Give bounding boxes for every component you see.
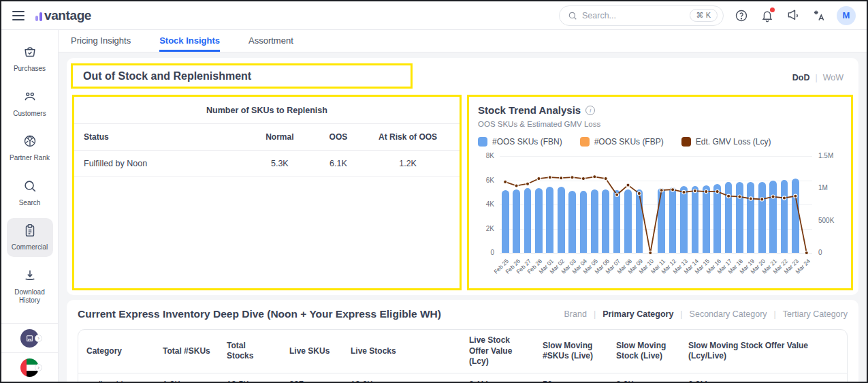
toggle-separator: | bbox=[815, 73, 817, 82]
avatar[interactable]: M bbox=[837, 6, 856, 25]
chart-legend: #OOS SKUs (FBN)#OOS SKUs (FBP)Edt. GMV L… bbox=[478, 137, 842, 147]
search-icon bbox=[568, 11, 577, 20]
legend-item[interactable]: #OOS SKUs (FBP) bbox=[580, 137, 664, 147]
sidebar-item-label: Commercial bbox=[12, 243, 48, 252]
replenish-col-header: Status bbox=[84, 124, 248, 150]
inventory-col-header: Slow Moving #SKUs (Live) bbox=[534, 330, 608, 373]
vantage-logo[interactable]: vantage bbox=[35, 8, 91, 23]
sidebar-workspaces: › › bbox=[1, 323, 58, 382]
download-icon bbox=[22, 268, 37, 286]
commercial-icon bbox=[22, 223, 37, 241]
main-content: Pricing InsightsStock InsightsAssortment… bbox=[59, 30, 867, 382]
search-input[interactable] bbox=[582, 11, 690, 20]
period-toggle: DoD|WoW bbox=[792, 73, 843, 82]
toggle-separator: | bbox=[774, 309, 776, 319]
inventory-cell: 13.2K bbox=[342, 373, 461, 382]
legend-swatch bbox=[580, 137, 590, 147]
logo-bars-icon bbox=[35, 12, 42, 23]
tab-stock-insights[interactable]: Stock Insights bbox=[159, 30, 220, 52]
groupby-brand[interactable]: Brand bbox=[564, 309, 587, 319]
section-title-oos: Out of Stock and Replenishment bbox=[71, 63, 413, 89]
sidebar-item-customers[interactable]: Customers bbox=[7, 85, 53, 123]
inventory-cell: audio_video bbox=[78, 373, 155, 382]
inventory-table: CategoryTotal #SKUsTotal StocksLive SKUs… bbox=[78, 329, 848, 382]
info-icon[interactable]: i bbox=[585, 106, 595, 115]
help-icon[interactable] bbox=[733, 7, 750, 24]
inventory-table-body: audio_video1.3K13.5K33713.2K8.1M568.0K2.… bbox=[78, 373, 847, 382]
inventory-col-header: Total Stocks bbox=[219, 330, 281, 373]
groupby-secondary-category[interactable]: Secondary Category bbox=[690, 309, 767, 319]
replenish-table-title: Number of SKUs to Replenish bbox=[74, 97, 460, 124]
inventory-header: Current Express Inventory Deep Dive (Noo… bbox=[78, 308, 848, 320]
notification-dot bbox=[770, 7, 775, 12]
uae-flag-icon: › bbox=[20, 358, 39, 377]
oos-panels: Number of SKUs to Replenish StatusNormal… bbox=[72, 95, 853, 290]
translate-icon[interactable] bbox=[811, 7, 827, 24]
sidebar-item-label: Partner Rank bbox=[10, 154, 50, 163]
inventory-cell: 56 bbox=[534, 373, 608, 382]
period-dod[interactable]: DoD bbox=[792, 73, 810, 82]
toggle-separator: | bbox=[594, 309, 596, 319]
sidebar-item-purchases[interactable]: Purchases bbox=[7, 40, 53, 78]
replenish-table-header: StatusNormalOOSAt Risk of OOS bbox=[74, 124, 460, 151]
groupby-primary-category[interactable]: Primary Category bbox=[602, 309, 673, 319]
inventory-cell: 8.1M bbox=[461, 373, 534, 382]
logo-text: vantage bbox=[44, 8, 91, 23]
period-wow[interactable]: WoW bbox=[823, 73, 843, 82]
legend-label: #OOS SKUs (FBN) bbox=[492, 137, 562, 147]
chart-title: Stock Trend Analysis bbox=[478, 104, 581, 116]
replenish-col-header: OOS bbox=[311, 124, 366, 150]
replenish-cell: 6.1K bbox=[311, 151, 366, 177]
stock-trend-panel: Stock Trend Analysis i OOS SKUs & Estima… bbox=[467, 95, 853, 290]
announcements-megaphone-icon[interactable] bbox=[785, 7, 801, 24]
legend-label: Edt. GMV Loss (Lcy) bbox=[696, 137, 771, 147]
groupby-tertiary-category[interactable]: Tertiary Category bbox=[783, 309, 848, 319]
sidebar-item-label: Purchases bbox=[14, 65, 46, 74]
legend-item[interactable]: Edt. GMV Loss (Lcy) bbox=[681, 137, 771, 147]
sidebar-item-search[interactable]: Search bbox=[7, 174, 53, 213]
sidebar-nav: PurchasesCustomersPartner RankSearchComm… bbox=[7, 40, 53, 316]
top-bar: vantage ⌘ K M bbox=[1, 1, 867, 30]
stock-trend-plot: 02K4K6K8K0500K1M1.5MFeb 25Feb 26Feb 27Fe… bbox=[478, 156, 842, 283]
notifications-bell-icon[interactable] bbox=[759, 7, 775, 24]
workspace-store[interactable]: › bbox=[1, 323, 58, 352]
replenish-table-panel: Number of SKUs to Replenish StatusNormal… bbox=[72, 95, 462, 290]
sidebar-item-label: Search bbox=[19, 199, 41, 208]
app-window: vantage ⌘ K M PurchasesCust bbox=[0, 0, 868, 383]
sidebar-item-commercial[interactable]: Commercial bbox=[7, 218, 53, 257]
menu-icon[interactable] bbox=[12, 11, 25, 20]
inventory-col-header: Total #SKUs bbox=[155, 330, 219, 373]
search-bar[interactable]: ⌘ K bbox=[559, 5, 724, 26]
chart-title-row: Stock Trend Analysis i bbox=[478, 104, 842, 116]
topbar-actions: ⌘ K M bbox=[559, 5, 856, 26]
replenish-col-header: Normal bbox=[248, 124, 310, 150]
toggle-separator: | bbox=[680, 309, 682, 319]
replenish-table-body: Fulfilled by Noon5.3K6.1K1.2K bbox=[74, 151, 460, 177]
inventory-cell: 2.9M bbox=[680, 373, 847, 382]
inventory-cell: 13.5K bbox=[219, 373, 281, 382]
sidebar-item-partner-rank[interactable]: Partner Rank bbox=[7, 129, 53, 168]
inventory-col-header: Slow Moving Stock (Live) bbox=[608, 330, 680, 373]
gmv-loss-line bbox=[478, 156, 842, 253]
inventory-table-row: audio_video1.3K13.5K33713.2K8.1M568.0K2.… bbox=[78, 373, 847, 382]
store-icon: › bbox=[20, 329, 39, 348]
tab-assortment[interactable]: Assortment bbox=[248, 30, 293, 52]
workspace-uae[interactable]: › bbox=[1, 352, 58, 382]
replenish-cell: 1.2K bbox=[366, 151, 450, 177]
inventory-cell: 337 bbox=[281, 373, 342, 382]
inventory-col-header: Live SKUs bbox=[281, 330, 342, 373]
inventory-col-header: Slow Moving Stock Offer Value (Lcy/Live) bbox=[680, 330, 847, 373]
chevron-right-icon: › bbox=[35, 335, 42, 342]
sidebar: PurchasesCustomersPartner RankSearchComm… bbox=[1, 30, 59, 382]
legend-label: #OOS SKUs (FBP) bbox=[594, 137, 664, 147]
replenish-cell: Fulfilled by Noon bbox=[84, 151, 248, 177]
shortcut-badge: ⌘ K bbox=[690, 9, 718, 22]
legend-item[interactable]: #OOS SKUs (FBN) bbox=[478, 137, 562, 147]
sidebar-item-label: Customers bbox=[13, 110, 46, 119]
sidebar-item-download-history[interactable]: Download History bbox=[7, 263, 53, 310]
chart-subtitle: OOS SKUs & Estimated GMV Loss bbox=[478, 120, 842, 128]
inventory-cell: 1.3K bbox=[155, 373, 219, 382]
sidebar-item-label: Download History bbox=[8, 288, 52, 305]
legend-swatch bbox=[681, 137, 691, 147]
tab-pricing-insights[interactable]: Pricing Insights bbox=[71, 30, 131, 52]
